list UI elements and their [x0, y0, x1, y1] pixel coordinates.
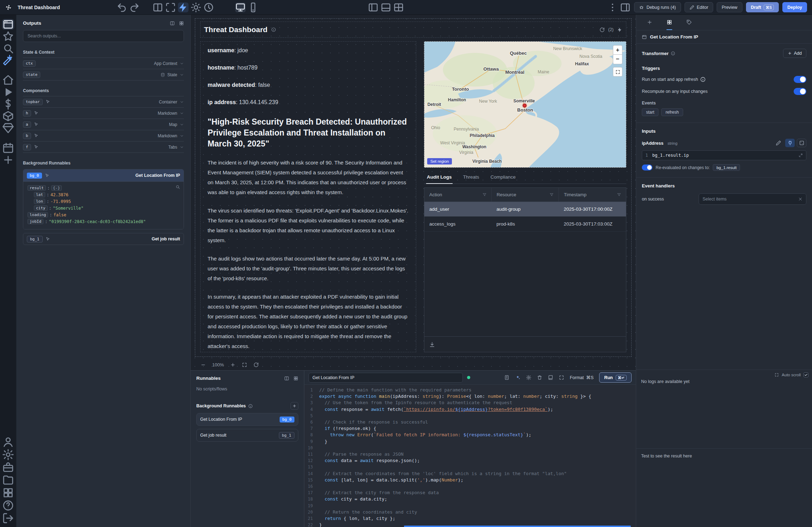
code-line[interactable]: 5	[304, 413, 636, 419]
chevron-down-icon[interactable]	[180, 145, 184, 149]
rail-package-button[interactable]	[2, 111, 14, 121]
bg1-row[interactable]: bg_1 Get job result	[23, 233, 184, 245]
filter-icon[interactable]	[483, 193, 486, 197]
eval-input-icon[interactable]	[797, 139, 806, 147]
code-line[interactable]: 17 // Extract the city from the response…	[304, 490, 636, 496]
trigger-toggle[interactable]	[794, 88, 806, 95]
json-search-icon[interactable]	[175, 185, 180, 189]
json-row[interactable]: lon:-71.0995	[27, 198, 180, 205]
code-line[interactable]: 14 // Extract the coordinates from the '…	[304, 471, 636, 477]
expand-expression-icon[interactable]	[799, 153, 803, 157]
code-line[interactable]: 13	[304, 464, 636, 470]
markdown-component[interactable]: username: jdoehostname: host789malware d…	[200, 41, 416, 352]
map-component[interactable]: QuébecNew BrunswickNova ScotiaHalifaxOtt…	[424, 41, 626, 168]
edit-static-icon[interactable]	[774, 139, 783, 147]
connect-input-icon[interactable]	[785, 139, 795, 147]
rail-settings-button[interactable]	[2, 449, 14, 460]
reset-view-icon[interactable]	[253, 362, 259, 367]
rail-logout-button[interactable]	[2, 513, 14, 523]
expand-editor-icon[interactable]	[559, 375, 564, 380]
collapse-panel-icon[interactable]	[170, 21, 175, 26]
expand-logs-icon[interactable]	[775, 373, 779, 377]
zap-button[interactable]	[178, 2, 189, 12]
chevron-down-icon[interactable]	[180, 122, 184, 127]
windmill-logo-icon[interactable]	[5, 4, 12, 11]
redo-button[interactable]	[129, 2, 140, 12]
delete-script-icon[interactable]	[537, 375, 542, 380]
code-line[interactable]: 12 const data = await response.json();	[304, 457, 636, 464]
kebab-button[interactable]	[607, 2, 618, 12]
zoom-out-icon[interactable]	[201, 362, 206, 367]
on-success-select[interactable]: Select items	[699, 193, 806, 205]
tab-threats[interactable]: Threats	[462, 171, 480, 184]
code-area[interactable]: 1// Define the main function with the re…	[304, 385, 636, 527]
deploy-button[interactable]: Deploy	[782, 2, 807, 12]
code-line[interactable]: 21 return { lon, lat, city };	[304, 515, 636, 522]
map-zoom-out-button[interactable]: −	[613, 55, 622, 64]
app-canvas[interactable]: Threat Dashboard (2) username: jdoehostn…	[191, 15, 636, 370]
rail-play-button[interactable]	[2, 87, 14, 97]
undo-button[interactable]	[117, 2, 127, 12]
output-row-topbar[interactable]: topbarContainer	[23, 96, 184, 108]
runnable-item[interactable]: Get job resultbg_1	[196, 429, 298, 442]
maximize-button[interactable]	[165, 2, 176, 12]
map-fit-bounds-button[interactable]	[613, 67, 622, 77]
script-settings-icon[interactable]	[526, 375, 531, 380]
code-line[interactable]: 4 const response = await fetch(`https://…	[304, 406, 636, 413]
output-row-state[interactable]: stateState	[23, 69, 184, 80]
add-background-runnable-button[interactable]	[291, 402, 298, 410]
panel-grid-button[interactable]	[393, 2, 404, 12]
code-line[interactable]: 18 const city = data.city;	[304, 496, 636, 502]
rail-app-window-button[interactable]	[2, 19, 14, 30]
filter-icon[interactable]	[550, 193, 554, 197]
map-marker[interactable]	[523, 103, 527, 107]
code-line[interactable]: 1// Define the main function with the re…	[304, 387, 636, 393]
runnables-collapse-icon[interactable]	[284, 376, 289, 381]
output-row-a[interactable]: aMap	[23, 119, 184, 130]
code-line[interactable]: 16	[304, 483, 636, 490]
recompute-icon[interactable]	[617, 27, 622, 32]
json-row[interactable]: lat:42.3876	[27, 191, 180, 198]
chevron-down-icon[interactable]	[180, 61, 184, 66]
rail-toolbox-button[interactable]	[2, 462, 14, 473]
chevron-down-icon[interactable]	[180, 100, 184, 104]
trigger-toggle[interactable]	[794, 76, 806, 83]
debug-runs-button[interactable]: Debug runs (4)	[634, 2, 681, 12]
rail-user-button[interactable]	[2, 437, 14, 447]
outputs-menu-icon[interactable]	[179, 21, 184, 26]
set-region-button[interactable]: Set region	[427, 158, 452, 164]
add-transformer-button[interactable]: Add	[783, 49, 806, 58]
bg0-chip[interactable]: bg_0	[27, 173, 42, 179]
runnable-item[interactable]: Get Location From IPbg_0	[196, 413, 298, 426]
rail-plus-button[interactable]	[2, 155, 14, 165]
monitor-button[interactable]	[235, 2, 246, 12]
code-line[interactable]: 7 if (!response.ok) {	[304, 425, 636, 432]
script-name-input[interactable]: Get Location From IP	[309, 373, 463, 383]
tab-compliance[interactable]: Compliance	[490, 171, 516, 184]
chevron-down-icon[interactable]	[180, 73, 184, 77]
rail-dollar-button[interactable]	[2, 99, 14, 109]
panel-left-button[interactable]	[368, 2, 378, 12]
code-line[interactable]: 8 throw new Error(`Failed to fetch IP in…	[304, 432, 636, 438]
info-icon[interactable]	[271, 27, 276, 32]
reeval-toggle[interactable]	[642, 164, 652, 170]
app-topbar-component[interactable]: Threat Dashboard (2)	[200, 22, 626, 38]
code-line[interactable]: 10	[304, 445, 636, 451]
editor-scrollbar[interactable]	[404, 526, 631, 527]
history-button[interactable]	[203, 2, 214, 12]
docs-icon[interactable]	[548, 375, 553, 380]
event-chip-refresh[interactable]: refresh	[661, 108, 683, 116]
json-row[interactable]: city:"Somerville"	[27, 205, 180, 211]
table-row[interactable]: access_logsprod-k8s2025-03-30T17:03:00Z	[424, 217, 626, 232]
rail-star-button[interactable]	[2, 31, 14, 42]
preview-button[interactable]: Preview	[717, 2, 742, 12]
code-line[interactable]: 9 }	[304, 438, 636, 445]
code-line[interactable]: 20 // Return the coordinates and city	[304, 509, 636, 515]
reeval-dependency-chip[interactable]: bg_1.result	[713, 164, 740, 171]
json-row[interactable]: jobId:"0199390f-2843-ceac-dc03-cf8b242a1…	[27, 218, 180, 225]
code-line[interactable]: 2export async function main(ipAddress: s…	[304, 393, 636, 400]
code-line[interactable]: 6 // Check if the response is successful	[304, 419, 636, 425]
input-expression-field[interactable]: 1 bg_1.result.ip	[642, 150, 806, 160]
code-line[interactable]: 15 const [lat, lon] = data.loc.split(','…	[304, 477, 636, 483]
ai-assistant-icon[interactable]	[515, 375, 520, 380]
